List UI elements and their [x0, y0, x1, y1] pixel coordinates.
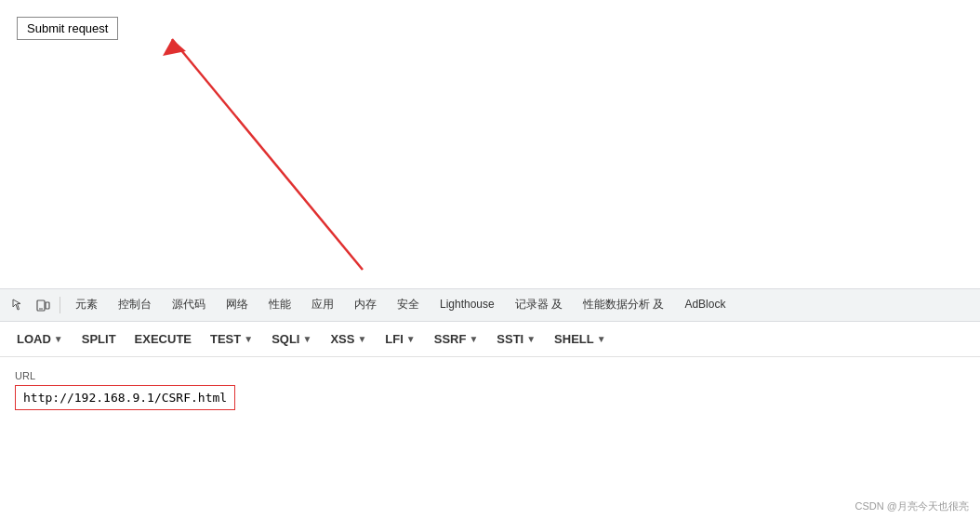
tab-perf-insights[interactable]: 性能数据分析 及	[574, 288, 673, 322]
tab-console[interactable]: 控制台	[109, 288, 161, 322]
submit-request-button[interactable]: Submit request	[17, 17, 118, 40]
ssrf-caret: ▼	[469, 334, 478, 344]
footer-credit: CSDN @月亮今天也很亮	[855, 499, 969, 513]
svg-line-0	[172, 39, 363, 270]
lfi-button[interactable]: LFI ▼	[376, 328, 424, 350]
tab-lighthouse[interactable]: Lighthouse	[430, 288, 504, 322]
inspect-icon[interactable]	[7, 294, 30, 316]
lfi-caret: ▼	[406, 334, 416, 344]
tab-application[interactable]: 应用	[302, 288, 343, 322]
devtools-tab-bar: 元素 控制台 源代码 网络 性能 应用 内存 安全 Lighthouse 记录器…	[0, 288, 980, 322]
svg-marker-1	[163, 39, 186, 56]
divider	[60, 297, 60, 313]
sqli-button[interactable]: SQLI ▼	[262, 328, 321, 350]
load-button[interactable]: LOAD ▼	[7, 328, 73, 350]
ssrf-button[interactable]: SSRF ▼	[425, 328, 488, 350]
tab-elements[interactable]: 元素	[66, 288, 107, 322]
tab-memory[interactable]: 内存	[345, 288, 386, 322]
device-icon[interactable]	[32, 294, 54, 316]
execute-button[interactable]: EXECUTE	[126, 328, 201, 350]
tab-adblock[interactable]: AdBlock	[675, 288, 735, 322]
xss-caret: ▼	[357, 334, 366, 344]
tab-recorder[interactable]: 记录器 及	[506, 288, 572, 322]
main-area: Submit request	[0, 0, 980, 288]
shell-button[interactable]: SHELL ▼	[545, 328, 616, 350]
url-area: URL http://192.168.9.1/CSRF.html	[0, 357, 980, 419]
test-caret: ▼	[244, 334, 253, 344]
sqli-caret: ▼	[302, 334, 311, 344]
url-input[interactable]: http://192.168.9.1/CSRF.html	[15, 385, 235, 410]
load-caret: ▼	[54, 334, 63, 344]
ssti-caret: ▼	[526, 334, 536, 344]
toolbar-row: LOAD ▼ SPLIT EXECUTE TEST ▼ SQLI ▼ XSS ▼…	[0, 322, 980, 357]
tab-network[interactable]: 网络	[217, 288, 258, 322]
tab-performance[interactable]: 性能	[259, 288, 300, 322]
shell-caret: ▼	[597, 334, 606, 344]
split-button[interactable]: SPLIT	[73, 328, 126, 350]
test-button[interactable]: TEST ▼	[201, 328, 262, 350]
tab-sources[interactable]: 源代码	[163, 288, 215, 322]
url-label: URL	[15, 370, 965, 381]
ssti-button[interactable]: SSTI ▼	[487, 328, 545, 350]
tab-security[interactable]: 安全	[388, 288, 429, 322]
arrow-annotation	[0, 0, 980, 288]
xss-button[interactable]: XSS ▼	[321, 328, 376, 350]
svg-rect-3	[46, 302, 49, 309]
